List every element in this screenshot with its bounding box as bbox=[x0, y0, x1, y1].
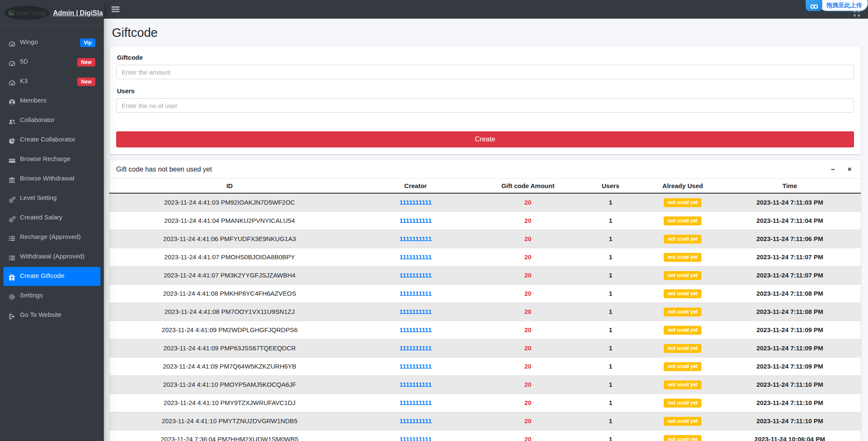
giftcode-amount: 20 bbox=[481, 394, 575, 412]
giftcode-time: 2023-11-24 7:11:08 PM bbox=[719, 303, 861, 321]
main-area: Giftcode Giftcode Users Create Gift code… bbox=[104, 0, 868, 441]
status-badge: not used yet bbox=[664, 271, 701, 280]
giftcode-time: 2023-11-24 7:11:10 PM bbox=[719, 394, 861, 412]
giftcode-users: 1 bbox=[574, 212, 646, 230]
sidebar-item-label: Withdrawal (Approved) bbox=[20, 252, 85, 260]
sidebar-item-withdrawal-approved[interactable]: Withdrawal (Approved) bbox=[3, 247, 100, 266]
sidebar-item-label: Members bbox=[20, 97, 47, 104]
sidebar-item-recharge-approved[interactable]: Recharge (Approved) bbox=[3, 228, 100, 247]
column-header-gift-code-amount: Gift code Amount bbox=[481, 179, 575, 193]
status-badge: not used yet bbox=[664, 289, 701, 298]
giftcode-amount: 20 bbox=[481, 285, 575, 303]
sidebar-item-label: Recharge (Approved) bbox=[20, 233, 81, 240]
giftcode-id: 2023-11-24 4:41:10 PMOYP5AMJ5KOCQA6JF bbox=[109, 376, 350, 394]
sidebar-item-label: Create Giftcode bbox=[20, 272, 64, 279]
creator-link[interactable]: 1111111111 bbox=[400, 417, 432, 424]
sidebar-item-create-giftcode[interactable]: Create Giftcode bbox=[3, 267, 100, 286]
giftcode-id: 2023-11-24 7:36:04 PM2HHM2XUDW1SM0WB5 bbox=[109, 430, 350, 441]
sidebar-item-level-setting[interactable]: Level Setting bbox=[3, 189, 100, 208]
creator-link[interactable]: 1111111111 bbox=[400, 235, 432, 242]
sidebar-brand: User Imag Admin | DigiSla bbox=[0, 0, 104, 26]
sidebar-item-browse-withdrawal[interactable]: Browse Withdrawal bbox=[3, 169, 100, 189]
creator-link[interactable]: 1111111111 bbox=[400, 199, 432, 206]
status-badge: not used yet bbox=[664, 435, 701, 441]
giftcode-amount: 20 bbox=[481, 339, 575, 358]
table-row: 2023-11-24 4:41:04 PMANKU2PVNYICALU54111… bbox=[109, 212, 861, 230]
status-badge: not used yet bbox=[664, 326, 701, 335]
sidebar-item-created-salary[interactable]: Created Salary bbox=[3, 208, 100, 227]
giftcode-users: 1 bbox=[574, 248, 646, 266]
creator-link[interactable]: 1111111111 bbox=[400, 290, 432, 297]
sidebar-item-members[interactable]: Members bbox=[3, 92, 100, 111]
sidebar-item-browse-recharge[interactable]: Browse Recharge bbox=[3, 150, 100, 169]
creator-link[interactable]: 1111111111 bbox=[400, 272, 432, 279]
table-row: 2023-11-24 4:41:10 PMY9TZXJWRUFAVC1DJ111… bbox=[109, 394, 861, 412]
credit-card-icon bbox=[7, 155, 17, 165]
user-image-placeholder: User Imag bbox=[4, 6, 50, 20]
giftcode-amount-input[interactable] bbox=[116, 65, 854, 79]
giftcode-id: 2023-11-24 4:41:09 PM7Q64W5KZKZURH6YB bbox=[109, 358, 350, 376]
sidebar-item-create-collaborator[interactable]: Create Collaborator bbox=[3, 130, 100, 150]
giftcode-table-body: 2023-11-24 4:41:03 PM92IOAKJN7D5WF2OC111… bbox=[109, 193, 861, 441]
giftcode-users: 1 bbox=[574, 285, 646, 303]
creator-link[interactable]: 1111111111 bbox=[400, 308, 432, 315]
creator-link[interactable]: 1111111111 bbox=[400, 253, 432, 261]
giftcode-users: 1 bbox=[574, 193, 646, 212]
giftcode-time: 2023-11-24 10:06:04 PM bbox=[719, 430, 861, 441]
broken-image-icon bbox=[8, 10, 14, 16]
creator-link[interactable]: 1111111111 bbox=[400, 344, 432, 352]
sidebar-item-go-to-website[interactable]: Go To Website bbox=[3, 306, 100, 325]
column-header-creator: Creator bbox=[350, 179, 481, 193]
results-card-title: Gift code has not been used yet bbox=[116, 166, 212, 173]
status-badge: not used yet bbox=[664, 399, 701, 408]
creator-link[interactable]: 1111111111 bbox=[400, 435, 432, 441]
giftcode-form-card: Giftcode Users Create bbox=[109, 46, 861, 154]
creator-link[interactable]: 1111111111 bbox=[400, 381, 432, 388]
sidebar-item-label: Level Setting bbox=[20, 194, 57, 201]
sidebar-nav: WingoVip5DNewK3NewMembersCollaboratorCre… bbox=[0, 26, 104, 325]
creator-link[interactable]: 1111111111 bbox=[400, 363, 432, 370]
sidebar-item-settings[interactable]: Settings bbox=[3, 286, 100, 305]
sidebar-item-label: Browse Withdrawal bbox=[20, 175, 74, 182]
sidebar-item-label: Created Salary bbox=[20, 214, 62, 221]
sidebar-item-collaborator[interactable]: Collaborator bbox=[3, 111, 100, 130]
status-badge: not used yet bbox=[664, 216, 701, 225]
sidebar-item-label: Browse Recharge bbox=[20, 155, 70, 162]
sidebar: User Imag Admin | DigiSla WingoVip5DNewK… bbox=[0, 0, 104, 441]
table-row: 2023-11-24 4:41:10 PMOYP5AMJ5KOCQA6JF111… bbox=[109, 376, 861, 394]
list-icon bbox=[7, 233, 17, 243]
giftcode-time: 2023-11-24 7:11:06 PM bbox=[719, 230, 861, 248]
giftcode-amount: 20 bbox=[481, 266, 575, 285]
user-circle-icon bbox=[7, 97, 17, 106]
giftcode-users: 1 bbox=[574, 394, 646, 412]
upload-widget[interactable]: 拖拽至此上传 bbox=[806, 0, 868, 11]
giftcode-users: 1 bbox=[574, 230, 646, 248]
giftcode-id: 2023-11-24 4:41:10 PMY9TZXJWRUFAVC1DJ bbox=[109, 394, 350, 412]
giftcode-time: 2023-11-24 7:11:08 PM bbox=[719, 285, 861, 303]
creator-link[interactable]: 1111111111 bbox=[400, 217, 432, 224]
minimize-icon[interactable]: − bbox=[831, 166, 835, 173]
sidebar-item-k3[interactable]: K3New bbox=[3, 72, 100, 91]
giftcode-users: 1 bbox=[574, 321, 646, 339]
status-badge: not used yet bbox=[664, 380, 701, 389]
table-row: 2023-11-24 4:41:06 PMFYUDFX3E9NKUG1A3111… bbox=[109, 230, 861, 248]
users-count-input[interactable] bbox=[116, 98, 854, 113]
brand-link[interactable]: Admin | DigiSla bbox=[53, 9, 103, 17]
creator-link[interactable]: 1111111111 bbox=[400, 399, 432, 406]
giftcode-users: 1 bbox=[574, 358, 646, 376]
status-badge: not used yet bbox=[664, 417, 701, 426]
status-badge: not used yet bbox=[664, 235, 701, 244]
giftcode-amount: 20 bbox=[481, 412, 575, 430]
creator-link[interactable]: 1111111111 bbox=[400, 326, 432, 333]
giftcode-amount: 20 bbox=[481, 193, 575, 212]
users-label: Users bbox=[117, 87, 854, 94]
close-icon[interactable]: × bbox=[848, 166, 851, 173]
create-button[interactable]: Create bbox=[116, 131, 854, 147]
expand-icon[interactable] bbox=[853, 10, 860, 19]
sidebar-item-5d[interactable]: 5DNew bbox=[3, 53, 100, 72]
hamburger-icon[interactable] bbox=[111, 6, 120, 13]
giftcode-time: 2023-11-24 7:11:09 PM bbox=[719, 339, 861, 358]
status-badge: not used yet bbox=[664, 198, 701, 207]
sidebar-item-wingo[interactable]: WingoVip bbox=[3, 33, 100, 52]
list-icon bbox=[7, 253, 17, 262]
